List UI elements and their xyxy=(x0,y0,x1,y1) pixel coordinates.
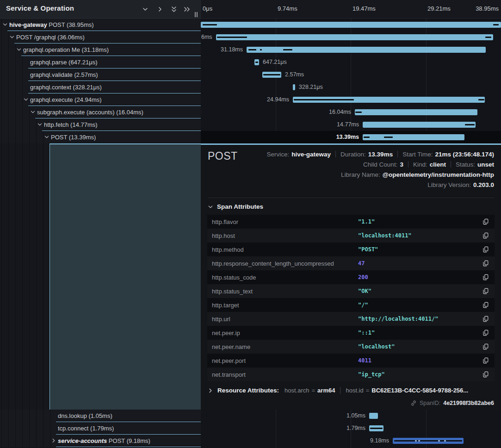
expand-one-icon[interactable] xyxy=(156,6,164,13)
tree-row-selected[interactable]: POST (13.39ms) xyxy=(0,131,201,143)
copy-icon[interactable] xyxy=(482,316,489,322)
panel-resize-handle[interactable] xyxy=(195,12,198,17)
timeline-row[interactable]: 1.05ms xyxy=(201,410,501,422)
timeline-row[interactable]: 14.77ms xyxy=(201,118,501,131)
chevron-down-icon[interactable] xyxy=(16,46,22,53)
timeline-row[interactable]: 647.21μs xyxy=(201,56,501,68)
copy-icon[interactable] xyxy=(482,232,489,239)
attribute-key: http.method xyxy=(212,246,244,253)
axis-tick: 0μs xyxy=(203,5,212,12)
copy-icon[interactable] xyxy=(482,246,489,253)
timeline-row[interactable]: 16.04ms xyxy=(201,106,501,118)
copy-icon[interactable] xyxy=(482,302,489,308)
span-bar[interactable] xyxy=(254,59,259,65)
span-bar[interactable] xyxy=(363,134,464,140)
span-bar[interactable] xyxy=(293,84,295,90)
attribute-key: http.flavor xyxy=(212,218,238,225)
tree-row[interactable]: graphql.execute (24.94ms) xyxy=(0,93,201,106)
span-bar[interactable] xyxy=(247,47,486,53)
copy-icon[interactable] xyxy=(482,260,489,267)
tree-row[interactable]: POST /graphql (36.06ms) xyxy=(0,31,201,44)
operation-label: graphql.execute (24.94ms) xyxy=(30,96,102,103)
copy-icon[interactable] xyxy=(482,357,489,364)
tree-row[interactable]: http.fetch (14.77ms) xyxy=(0,118,201,131)
timeline-row[interactable]: 31.18ms xyxy=(201,44,501,56)
tree-row[interactable]: graphql.validate (2.57ms) xyxy=(0,68,201,81)
chevron-down-icon[interactable] xyxy=(43,134,50,140)
collapse-one-icon[interactable] xyxy=(142,6,149,13)
copy-icon[interactable] xyxy=(482,371,489,378)
tree-row[interactable]: dns.lookup (1.05ms) xyxy=(0,410,201,422)
panel-title: Service & Operation xyxy=(6,4,74,12)
meta-value: @opentelemetry/instrumentation-http xyxy=(383,171,494,178)
tree-row[interactable]: hive-gateway POST (38.95ms) xyxy=(0,19,201,31)
meta-value: 0.203.0 xyxy=(473,181,494,188)
span-bar[interactable] xyxy=(363,122,476,128)
chevron-down-icon[interactable] xyxy=(2,21,8,28)
duration-label: 647.21μs xyxy=(263,59,287,65)
duration-label: 9.18ms xyxy=(370,437,389,444)
timeline-row[interactable]: 24.94ms xyxy=(201,93,501,106)
tree-row[interactable]: subgraph.execute (accounts) (16.04ms) xyxy=(0,106,201,118)
span-bar[interactable] xyxy=(262,72,281,78)
attribute-row: net.peer.name "localhost" xyxy=(207,340,495,354)
timeline-row-selected[interactable]: 13.39ms xyxy=(201,131,501,143)
expand-all-icon[interactable] xyxy=(183,6,191,13)
meta-value: 21ms (23:56:48.174) xyxy=(435,151,494,158)
span-bar[interactable] xyxy=(369,425,383,431)
chevron-down-icon[interactable] xyxy=(9,34,15,40)
tree-row[interactable]: graphql.operation Me (31.18ms) xyxy=(0,44,201,56)
span-bar[interactable] xyxy=(201,22,501,28)
chevron-right-icon[interactable] xyxy=(50,437,57,444)
chevron-down-icon[interactable] xyxy=(23,96,29,103)
duration-label: 31.18ms xyxy=(221,46,243,53)
span-id-value: 4e21998f3b82abe6 xyxy=(443,400,494,406)
attribute-key: http.response_content_length_uncompresse… xyxy=(212,260,334,267)
equals-sign: = xyxy=(366,387,370,394)
attribute-row: net.peer.port 4011 xyxy=(207,354,495,367)
timeline-row[interactable]: 328.21μs xyxy=(201,81,501,93)
attribute-value: "1.1" xyxy=(358,218,375,225)
timeline-axis: 0μs 9.74ms 19.47ms 29.21ms 38.95ms xyxy=(201,0,501,19)
span-bar[interactable] xyxy=(355,109,477,115)
copy-icon[interactable] xyxy=(482,330,489,336)
tree-row[interactable]: service-accounts POST (9.18ms) xyxy=(0,435,201,447)
span-bar[interactable] xyxy=(216,34,493,40)
span-attributes-header[interactable]: Span Attributes xyxy=(208,203,263,210)
attribute-key: http.target xyxy=(212,302,239,309)
operation-label: subgraph.execute (accounts) (16.04ms) xyxy=(37,109,143,116)
operation-label: graphql.validate (2.57ms) xyxy=(30,71,98,78)
attribute-row: http.status_text "OK" xyxy=(207,284,495,298)
span-bar[interactable] xyxy=(293,97,485,103)
operation-label: graphql.operation Me (31.18ms) xyxy=(23,46,109,53)
link-icon[interactable] xyxy=(410,400,417,406)
attribute-value: "http://localhost:4011/" xyxy=(358,316,438,322)
copy-icon[interactable] xyxy=(482,288,489,294)
duration-label: 13.39ms xyxy=(336,134,359,140)
tree-row[interactable]: tcp.connect (1.79ms) xyxy=(0,422,201,435)
collapse-all-icon[interactable] xyxy=(170,6,178,13)
attribute-key: net.peer.ip xyxy=(212,330,240,336)
copy-icon[interactable] xyxy=(482,218,489,225)
tree-row[interactable]: graphql.parse (647.21μs) xyxy=(0,56,201,68)
chevron-down-icon[interactable] xyxy=(37,121,43,128)
span-bar[interactable] xyxy=(393,438,464,444)
meta-label: Service: xyxy=(266,151,289,158)
timeline-row[interactable] xyxy=(201,19,501,31)
timeline-row[interactable]: 1.79ms xyxy=(201,422,501,435)
attribute-key: http.host xyxy=(212,232,235,239)
meta-value: unset xyxy=(477,161,494,168)
copy-icon[interactable] xyxy=(482,343,489,350)
timeline-row[interactable]: 6ms xyxy=(201,31,501,44)
chevron-down-icon[interactable] xyxy=(30,109,36,115)
attribute-value: 47 xyxy=(358,260,365,267)
timeline-row[interactable]: 9.18ms xyxy=(201,435,501,447)
tree-row[interactable]: graphql.context (328.21μs) xyxy=(0,81,201,93)
attribute-value: "POST" xyxy=(358,246,378,253)
meta-value: 3 xyxy=(400,161,403,168)
timeline-row[interactable]: 2.57ms xyxy=(201,68,501,81)
span-bar[interactable] xyxy=(369,413,378,419)
copy-icon[interactable] xyxy=(482,274,489,280)
resource-attributes-header[interactable]: Resource Attributes: host.arch = arm64 h… xyxy=(208,387,468,394)
span-attributes-table: http.flavor "1.1" http.host "localhost:4… xyxy=(207,215,495,381)
